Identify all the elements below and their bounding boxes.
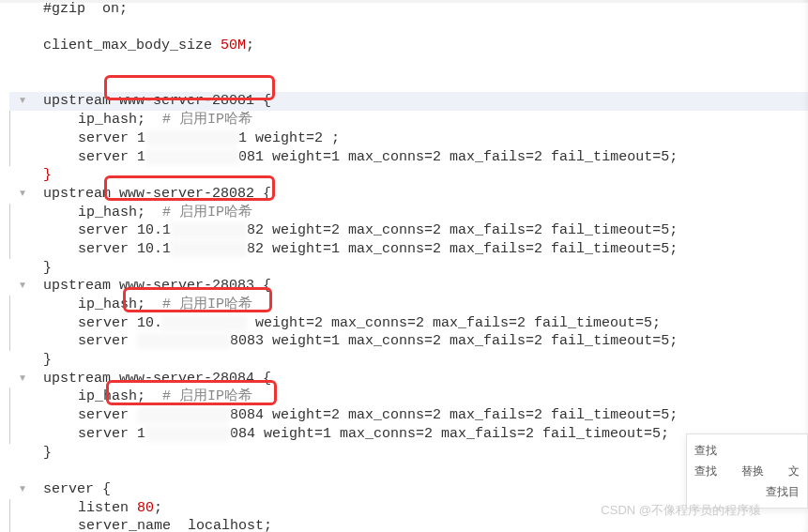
upstream-name: www-server-28084 bbox=[111, 371, 263, 387]
upstream-name: www-server-28082 bbox=[111, 186, 263, 202]
fold-icon[interactable]: ▾ bbox=[11, 277, 34, 296]
upstream-name: www-server-28083 bbox=[111, 278, 263, 294]
redacted-ip bbox=[145, 426, 230, 442]
fold-icon[interactable]: ▾ bbox=[11, 185, 34, 204]
redacted-ip bbox=[145, 149, 238, 165]
redacted-ip bbox=[162, 315, 247, 331]
redacted-ip bbox=[171, 241, 247, 257]
brace-close: } bbox=[43, 167, 52, 183]
find-title: 查找 bbox=[694, 440, 717, 461]
find-target-label: 查找目 bbox=[766, 481, 800, 502]
fold-icon[interactable]: ▾ bbox=[11, 92, 34, 111]
comment: # 启用IP哈希 bbox=[145, 112, 252, 128]
keyword-upstream: upstream bbox=[43, 93, 111, 109]
redacted-ip bbox=[137, 407, 230, 423]
replace-label[interactable]: 替换 bbox=[741, 461, 764, 481]
redacted-ip bbox=[137, 333, 230, 349]
upstream-name: www-server-28081 bbox=[111, 93, 263, 109]
find-popup[interactable]: 查找 查找 替换 文 查找目 bbox=[686, 433, 808, 509]
find-label[interactable]: 查找 bbox=[694, 461, 717, 481]
code-text: client_max_body_size bbox=[43, 38, 221, 53]
watermark: CSDN @不像程序员的程序猿 bbox=[601, 502, 761, 519]
fold-icon[interactable]: ▾ bbox=[11, 370, 34, 388]
redacted-ip bbox=[145, 130, 238, 146]
fold-icon[interactable]: ▾ bbox=[11, 480, 34, 499]
redacted-ip bbox=[171, 222, 247, 238]
size-value: 50M bbox=[221, 38, 246, 53]
code-text: #gzip on; bbox=[43, 1, 128, 17]
